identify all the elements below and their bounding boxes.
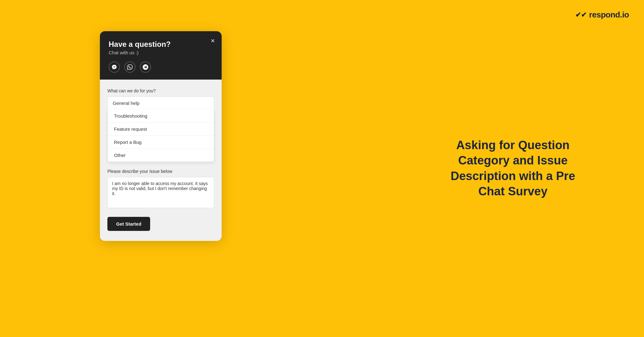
- whatsapp-icon[interactable]: [124, 61, 135, 73]
- dropdown-label: What can we do for you?: [107, 88, 214, 93]
- issue-textarea[interactable]: [107, 177, 214, 208]
- chat-subtitle: Chat with us :): [109, 50, 213, 55]
- logo: ✔✔ respond.io: [575, 10, 629, 20]
- right-panel: Asking for Question Category and Issue D…: [438, 138, 588, 199]
- get-started-button[interactable]: Get Started: [107, 217, 150, 231]
- chat-header: Have a question? Chat with us :) ×: [100, 31, 222, 80]
- option-troubleshooting[interactable]: Troubleshooting: [108, 110, 214, 122]
- messenger-icon[interactable]: [109, 61, 120, 73]
- chat-widget: Have a question? Chat with us :) × What: [100, 31, 222, 241]
- logo-text: respond.io: [589, 10, 629, 20]
- right-panel-heading: Asking for Question Category and Issue D…: [438, 138, 588, 199]
- chat-body: What can we do for you? General help Tro…: [100, 80, 222, 241]
- option-other[interactable]: Other: [108, 149, 214, 162]
- logo-checkmark-icon: ✔✔: [575, 11, 587, 19]
- dropdown-selected[interactable]: General help: [107, 96, 214, 110]
- option-report-bug[interactable]: Report a Bug: [108, 135, 214, 149]
- dropdown-options: Troubleshooting Feature request Report a…: [107, 110, 214, 162]
- chat-title: Have a question?: [109, 40, 213, 49]
- textarea-label: Please describe your issue below: [107, 169, 214, 174]
- option-feature-request[interactable]: Feature request: [108, 122, 214, 135]
- channel-icons-row: [109, 61, 213, 73]
- close-button[interactable]: ×: [211, 37, 215, 44]
- telegram-icon[interactable]: [140, 61, 151, 73]
